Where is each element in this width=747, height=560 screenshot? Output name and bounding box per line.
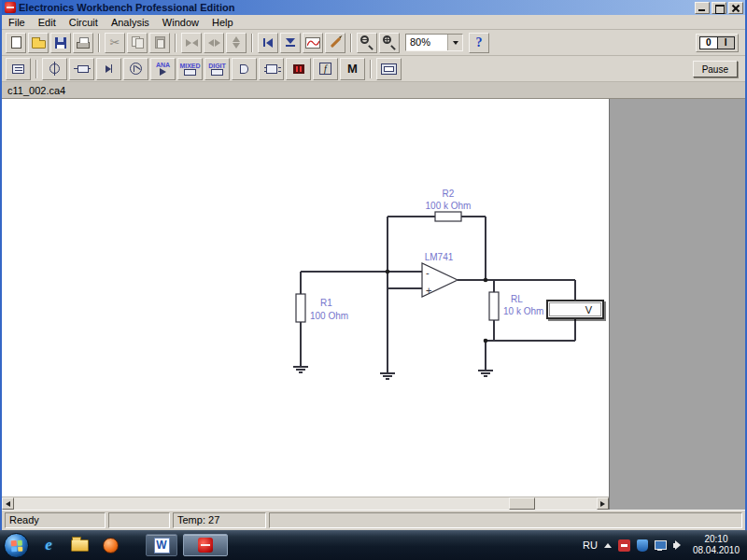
open-button[interactable] — [28, 33, 49, 53]
menu-analysis[interactable]: Analysis — [105, 16, 156, 29]
scrollbar-thumb[interactable] — [509, 497, 535, 510]
media-launcher[interactable] — [99, 534, 121, 556]
print-button[interactable] — [73, 33, 93, 53]
language-indicator[interactable]: RU — [583, 539, 598, 551]
status-ready: Ready — [5, 512, 106, 528]
explorer-launcher[interactable] — [68, 534, 91, 556]
toolbar-separator — [175, 34, 176, 52]
toolbar-separator — [251, 34, 253, 52]
workspace-background — [609, 99, 745, 497]
parts-bin-miscellaneous[interactable]: M — [340, 58, 365, 80]
resistor-icon — [74, 64, 91, 73]
taskbar-clock[interactable]: 20:10 08.04.2010 — [693, 534, 740, 556]
opamp-icon — [160, 68, 166, 76]
resistor-r2[interactable] — [435, 212, 461, 221]
display-graphs-button[interactable] — [303, 33, 323, 53]
copy-button[interactable] — [127, 33, 148, 53]
parts-bin-indicators[interactable] — [286, 58, 311, 80]
ground-symbol-middle[interactable] — [380, 373, 395, 379]
parts-bin-transistors[interactable] — [123, 58, 148, 80]
new-button[interactable] — [6, 33, 26, 53]
toolbar-separator — [370, 60, 372, 78]
help-button[interactable]: ? — [469, 33, 489, 53]
opamp-ref-label[interactable]: LM741 — [416, 252, 461, 262]
tray-shield-icon[interactable] — [637, 539, 648, 552]
paste-button[interactable] — [149, 33, 170, 53]
flip-horizontal-button[interactable] — [204, 33, 224, 53]
parts-bin-digital-ics[interactable]: DIGIT — [204, 58, 230, 80]
scroll-right-button[interactable] — [597, 497, 609, 510]
zoom-out-button[interactable] — [357, 33, 377, 53]
zoom-level-value[interactable]: 80% — [406, 35, 447, 50]
system-tray: RU 20:10 08.04.2010 — [583, 534, 743, 556]
parts-bin-instruments[interactable] — [376, 58, 402, 80]
zoom-dropdown-button[interactable] — [447, 35, 462, 50]
circuit-canvas[interactable]: - + — [2, 99, 609, 497]
parts-bin-diodes[interactable] — [96, 58, 121, 80]
voltmeter[interactable]: V — [546, 300, 604, 319]
maximize-button[interactable] — [712, 2, 726, 14]
parts-bin-basic[interactable] — [69, 58, 94, 80]
ie-launcher[interactable]: e — [37, 534, 60, 556]
triangle-left-icon — [263, 38, 273, 48]
power-switch[interactable]: 0 I — [696, 34, 739, 52]
rotate-button[interactable] — [181, 33, 202, 53]
menu-edit[interactable]: Edit — [32, 16, 63, 29]
document-tab[interactable]: c11_002.ca4 — [7, 85, 65, 96]
r2-ref-label[interactable]: R2 — [427, 189, 470, 199]
parts-bin-analog-ics[interactable]: ANA — [150, 58, 176, 80]
r1-ref-label[interactable]: R1 — [320, 298, 332, 308]
start-button[interactable] — [4, 533, 29, 558]
zoom-in-button[interactable] — [379, 33, 400, 53]
parts-bin-favorites[interactable] — [6, 58, 31, 80]
arrow-down-icon — [286, 38, 295, 47]
save-button[interactable] — [50, 33, 71, 53]
minimize-button[interactable] — [695, 2, 710, 14]
opamp-minus-input: - — [426, 267, 430, 278]
question-mark-icon: ? — [476, 35, 483, 50]
title-bar[interactable]: Electronics Workbench Professional Editi… — [2, 0, 745, 15]
close-button[interactable] — [728, 2, 743, 14]
parts-bin-controls[interactable]: f — [313, 58, 338, 80]
parts-bin-mixed-ics[interactable]: MIXED — [177, 58, 203, 80]
resistor-rl[interactable] — [489, 292, 499, 320]
horizontal-scrollbar[interactable] — [2, 497, 609, 510]
logic-gate-icon — [240, 64, 248, 74]
status-bar: Ready Temp: 27 — [2, 510, 745, 530]
rl-ref-label[interactable]: RL — [511, 294, 523, 304]
r1-value-label[interactable]: 100 Ohm — [310, 311, 348, 321]
ground-symbol-left[interactable] — [293, 367, 308, 372]
wire-group[interactable] — [301, 217, 575, 373]
parts-bin-digital[interactable] — [259, 58, 284, 80]
back-step-button[interactable] — [258, 33, 278, 53]
zoom-level-select[interactable]: 80% — [405, 34, 463, 51]
properties-button[interactable] — [325, 33, 345, 53]
tray-red-app-icon[interactable] — [618, 539, 630, 552]
parts-bin-logic-gates[interactable] — [232, 58, 257, 80]
taskbar-button-word[interactable]: W — [146, 534, 177, 556]
resistor-r1[interactable] — [296, 294, 305, 322]
orange-ball-icon — [103, 538, 119, 553]
menu-help[interactable]: Help — [205, 16, 240, 29]
tray-expand-chevron-icon[interactable] — [604, 543, 612, 548]
scroll-left-button[interactable] — [2, 497, 14, 510]
cut-button[interactable]: ✂ — [105, 33, 125, 53]
opamp-lm741[interactable]: - + — [422, 263, 458, 297]
menu-circuit[interactable]: Circuit — [63, 16, 105, 29]
menu-window[interactable]: Window — [156, 16, 205, 29]
folder-icon — [71, 539, 89, 552]
toolbar-separator — [350, 34, 352, 52]
menu-file[interactable]: File — [2, 16, 32, 29]
network-icon[interactable] — [655, 540, 667, 551]
flip-vertical-button[interactable] — [226, 33, 247, 53]
document-title-bar[interactable]: c11_002.ca4 — [2, 82, 745, 99]
pause-button[interactable]: Pause — [693, 61, 738, 77]
taskbar-button-ewb-active[interactable] — [183, 534, 228, 556]
copy-icon — [132, 36, 144, 49]
r2-value-label[interactable]: 100 k Ohm — [418, 201, 478, 211]
export-button[interactable] — [280, 33, 301, 53]
rl-value-label[interactable]: 10 k Ohm — [503, 306, 543, 316]
ground-symbol-right[interactable] — [478, 371, 493, 376]
parts-bin-sources[interactable] — [42, 58, 67, 80]
volume-icon[interactable] — [673, 539, 684, 551]
